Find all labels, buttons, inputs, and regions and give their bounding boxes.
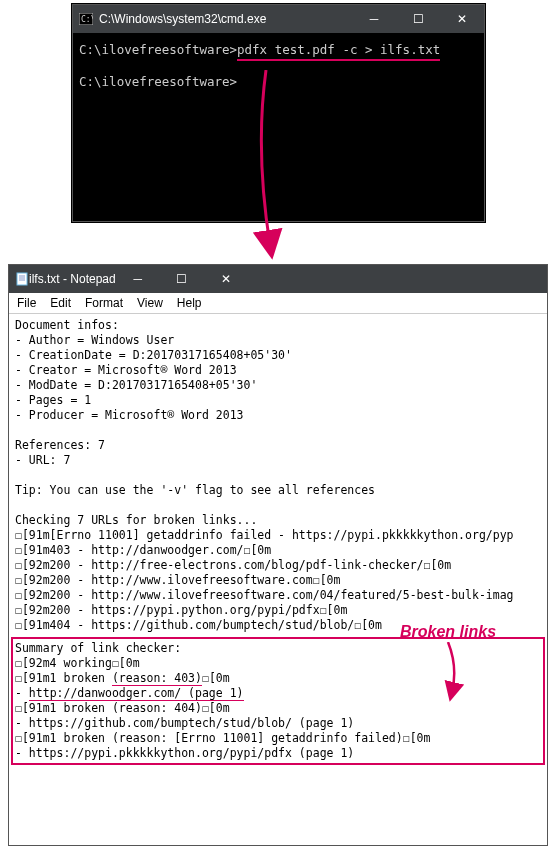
menu-format[interactable]: Format bbox=[79, 294, 129, 312]
text-line: References: 7 bbox=[15, 438, 541, 453]
text-line: - Producer = Microsoft® Word 2013 bbox=[15, 408, 541, 423]
text-line: Checking 7 URLs for broken links... bbox=[15, 513, 541, 528]
minimize-button[interactable]: ─ bbox=[116, 265, 160, 293]
window-buttons: ─ ☐ ✕ bbox=[352, 5, 484, 33]
text-line: - ModDate = D:20170317165408+05'30' bbox=[15, 378, 541, 393]
cmd-titlebar: C:\ C:\Windows\system32\cmd.exe ─ ☐ ✕ bbox=[73, 5, 484, 33]
svg-rect-2 bbox=[17, 273, 27, 285]
text-line: ☐[92m200 - https://pypi.python.org/pypi/… bbox=[15, 603, 541, 618]
text-line: Tip: You can use the '-v' flag to see al… bbox=[15, 483, 541, 498]
close-button[interactable]: ✕ bbox=[440, 5, 484, 33]
text-line: ☐[92m200 - http://free-electrons.com/blo… bbox=[15, 558, 541, 573]
text-line: ☐[92m200 - http://www.ilovefreesoftware.… bbox=[15, 573, 541, 588]
notepad-titlebar: ilfs.txt - Notepad ─ ☐ ✕ bbox=[9, 265, 547, 293]
notepad-icon bbox=[15, 272, 29, 286]
menu-file[interactable]: File bbox=[11, 294, 42, 312]
menubar: File Edit Format View Help bbox=[9, 293, 547, 314]
text-line: - Creator = Microsoft® Word 2013 bbox=[15, 363, 541, 378]
menu-edit[interactable]: Edit bbox=[44, 294, 77, 312]
text-line: - https://github.com/bumptech/stud/blob/… bbox=[15, 716, 541, 731]
cmd-icon: C:\ bbox=[79, 12, 93, 26]
text-line: - URL: 7 bbox=[15, 453, 541, 468]
annotation-arrow bbox=[440, 642, 470, 702]
menu-view[interactable]: View bbox=[131, 294, 169, 312]
cmd-title: C:\Windows\system32\cmd.exe bbox=[99, 12, 352, 26]
terminal-line: C:\ilovefreesoftware>pdfx test.pdf -c > … bbox=[79, 41, 478, 59]
text-line: - Author = Windows User bbox=[15, 333, 541, 348]
notepad-title: ilfs.txt - Notepad bbox=[29, 272, 116, 286]
text-line: - https://pypi.pkkkkkython.org/pypi/pdfx… bbox=[15, 746, 541, 761]
menu-help[interactable]: Help bbox=[171, 294, 208, 312]
text-line: - CreationDate = D:20170317165408+05'30' bbox=[15, 348, 541, 363]
text-line: ☐[91m[Errno 11001] getaddrinfo failed - … bbox=[15, 528, 541, 543]
typed-command: pdfx test.pdf -c > ilfs.txt bbox=[237, 42, 440, 61]
text-line: ☐[91m1 broken (reason: 404)☐[0m bbox=[15, 701, 541, 716]
linking-arrow bbox=[250, 70, 290, 260]
maximize-button[interactable]: ☐ bbox=[160, 265, 204, 293]
text-line: ☐[91m1 broken (reason: [Errno 11001] get… bbox=[15, 731, 541, 746]
window-buttons: ─ ☐ ✕ bbox=[116, 265, 248, 293]
close-button[interactable]: ✕ bbox=[204, 265, 248, 293]
maximize-button[interactable]: ☐ bbox=[396, 5, 440, 33]
notepad-window: ilfs.txt - Notepad ─ ☐ ✕ File Edit Forma… bbox=[8, 264, 548, 846]
svg-text:C:\: C:\ bbox=[81, 15, 93, 24]
annotation-label: Broken links bbox=[400, 623, 496, 641]
text-line: ☐[92m200 - http://www.ilovefreesoftware.… bbox=[15, 588, 541, 603]
text-line: - Pages = 1 bbox=[15, 393, 541, 408]
text-line: Document infos: bbox=[15, 318, 541, 333]
minimize-button[interactable]: ─ bbox=[352, 5, 396, 33]
text-line: ☐[91m403 - http://danwoodger.com/☐[0m bbox=[15, 543, 541, 558]
